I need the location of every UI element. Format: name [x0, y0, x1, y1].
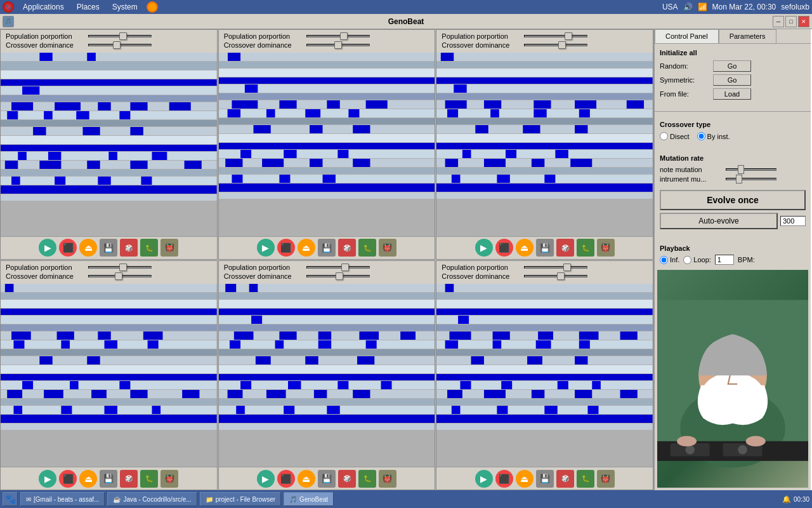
playback-title: Playback — [660, 244, 806, 252]
firefox-icon[interactable] — [147, 1, 158, 13]
eject-btn-1[interactable]: ⏏ — [79, 239, 97, 257]
start-icon[interactable]: 🐾 — [3, 492, 18, 506]
inf-radio-label[interactable]: Inf. — [660, 256, 679, 264]
beat-grid-6[interactable] — [436, 284, 653, 467]
play-btn-5[interactable]: ▶ — [257, 470, 275, 488]
save-btn-5[interactable]: 💾 — [318, 470, 336, 488]
play-btn-6[interactable]: ▶ — [475, 470, 493, 488]
load-button[interactable]: Load — [713, 88, 751, 100]
svg-rect-256 — [545, 406, 558, 414]
places-menu[interactable]: Places — [73, 1, 103, 13]
taskbar-gmail[interactable]: ✉ [Gmail - beats - assaf... — [20, 492, 105, 506]
loop-radio-label[interactable]: Loop: — [683, 256, 711, 264]
play-btn-1[interactable]: ▶ — [39, 239, 56, 257]
dice-btn-3[interactable]: 🎲 — [556, 239, 574, 257]
pop-slider-3[interactable] — [524, 35, 587, 37]
eject-btn-5[interactable]: ⏏ — [298, 470, 315, 488]
pop-slider-2[interactable] — [306, 35, 370, 37]
eject-btn-4[interactable]: ⏏ — [79, 470, 97, 488]
symmetric-go-button[interactable]: Go — [713, 74, 751, 86]
taskbar-genobeat[interactable]: 🎵 GenoBeat — [284, 492, 334, 506]
stop-btn-5[interactable]: ⬛ — [277, 470, 295, 488]
volume-icon[interactable]: 🔊 — [683, 3, 693, 11]
stop-btn-3[interactable]: ⬛ — [495, 239, 513, 257]
system-menu[interactable]: System — [108, 1, 141, 13]
auto-evolve-button[interactable]: Auto-evolve — [660, 213, 778, 229]
cross-slider-6[interactable] — [524, 275, 587, 277]
save-btn-6[interactable]: 💾 — [536, 470, 554, 488]
bug-btn-3[interactable]: 🐛 — [577, 239, 594, 257]
stop-btn-1[interactable]: ⬛ — [59, 239, 77, 257]
close-button[interactable]: ✕ — [798, 16, 809, 27]
pop-slider-6[interactable] — [524, 266, 587, 269]
instr-mutation-slider[interactable] — [726, 178, 776, 180]
taskbar-java[interactable]: ☕ Java - Cocodrillo/src/e... — [107, 492, 197, 506]
pop-slider-5[interactable] — [306, 266, 370, 269]
dice-btn-1[interactable]: 🎲 — [120, 239, 138, 257]
save-btn-1[interactable]: 💾 — [100, 239, 117, 257]
disect-radio-label[interactable]: Disect — [660, 132, 690, 140]
cross-slider-4[interactable] — [88, 275, 152, 277]
eject-btn-3[interactable]: ⏏ — [516, 239, 534, 257]
dice-btn-4[interactable]: 🎲 — [120, 470, 138, 488]
bug-btn-1[interactable]: 🐛 — [140, 239, 158, 257]
dice-btn-5[interactable]: 🎲 — [338, 470, 356, 488]
bug-btn-2[interactable]: 🐛 — [358, 239, 376, 257]
eject-btn-6[interactable]: ⏏ — [516, 470, 534, 488]
bug-btn-6[interactable]: 🐛 — [577, 470, 594, 488]
save-btn-2[interactable]: 💾 — [318, 239, 336, 257]
eject-btn-2[interactable]: ⏏ — [298, 239, 315, 257]
cross-slider-3[interactable] — [524, 44, 587, 46]
byinst-radio[interactable] — [697, 132, 705, 140]
byinst-radio-label[interactable]: By inst. — [697, 132, 730, 140]
loop-radio[interactable] — [683, 256, 691, 264]
minimize-button[interactable]: ─ — [773, 16, 784, 27]
pop-slider-1[interactable] — [88, 35, 152, 37]
save-btn-3[interactable]: 💾 — [536, 239, 554, 257]
bug-btn-4[interactable]: 🐛 — [140, 470, 158, 488]
parameters-tab[interactable]: Parameters — [719, 29, 776, 43]
pop-slider-4[interactable] — [88, 266, 152, 269]
beat-grid-4[interactable] — [1, 284, 217, 467]
control-panel-tab[interactable]: Control Panel — [655, 29, 719, 43]
dice-btn-6[interactable]: 🎲 — [556, 470, 574, 488]
other-btn-1[interactable]: 👹 — [160, 239, 178, 257]
cross-slider-2[interactable] — [306, 44, 370, 46]
other-btn-5[interactable]: 👹 — [379, 470, 396, 488]
stop-btn-6[interactable]: ⬛ — [495, 470, 513, 488]
svg-rect-94 — [454, 84, 467, 93]
loop-value[interactable] — [715, 255, 734, 265]
bug-btn-5[interactable]: 🐛 — [358, 470, 376, 488]
stop-btn-2[interactable]: ⬛ — [277, 239, 295, 257]
cross-slider-5[interactable] — [306, 275, 370, 277]
svg-rect-37 — [185, 161, 202, 169]
other-btn-4[interactable]: 👹 — [160, 470, 178, 488]
play-btn-3[interactable]: ▶ — [475, 239, 493, 257]
other-btn-3[interactable]: 👹 — [597, 239, 615, 257]
taskbar-files[interactable]: 📁 project - File Browser — [200, 492, 281, 506]
cross-slider-1[interactable] — [88, 44, 152, 46]
play-btn-4[interactable]: ▶ — [39, 470, 56, 488]
svg-rect-77 — [225, 159, 242, 167]
save-btn-4[interactable]: 💾 — [100, 470, 117, 488]
evolve-once-button[interactable]: Evolve once — [660, 190, 806, 210]
disect-radio[interactable] — [660, 132, 668, 140]
other-btn-2[interactable]: 👹 — [379, 239, 396, 257]
auto-evolve-value[interactable] — [780, 216, 806, 226]
other-btn-6[interactable]: 👹 — [597, 470, 615, 488]
svg-rect-38 — [1, 170, 217, 176]
beat-grid-5[interactable] — [219, 284, 435, 467]
beat-grid-1[interactable] — [1, 53, 217, 236]
svg-rect-61 — [227, 109, 240, 117]
applications-menu[interactable]: Applications — [19, 1, 68, 13]
note-mutation-slider[interactable] — [726, 168, 776, 171]
svg-rect-65 — [219, 118, 435, 124]
beat-grid-3[interactable] — [436, 53, 653, 236]
random-go-button[interactable]: Go — [713, 60, 751, 72]
dice-btn-2[interactable]: 🎲 — [338, 239, 356, 257]
inf-radio[interactable] — [660, 256, 668, 264]
stop-btn-4[interactable]: ⬛ — [59, 470, 77, 488]
beat-grid-2[interactable] — [219, 53, 435, 236]
maximize-button[interactable]: □ — [785, 16, 797, 27]
play-btn-2[interactable]: ▶ — [257, 239, 275, 257]
